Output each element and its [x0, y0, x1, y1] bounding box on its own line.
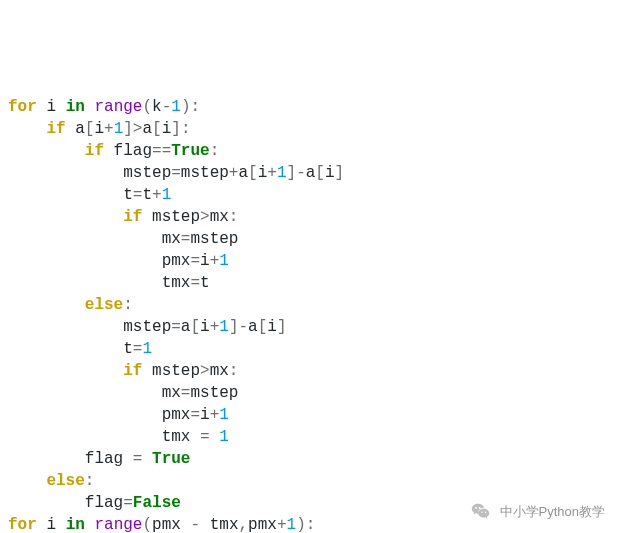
code-line: mx=mstep — [8, 228, 613, 250]
code-line: for i in range(k-1): — [8, 96, 613, 118]
code-line: mx=mstep — [8, 382, 613, 404]
code-line: pmx=i+1 — [8, 250, 613, 272]
code-line: mstep=mstep+a[i+1]-a[i] — [8, 162, 613, 184]
code-line: t=t+1 — [8, 184, 613, 206]
code-line: else: — [8, 294, 613, 316]
code-line: pmx=i+1 — [8, 404, 613, 426]
code-line: tmx = 1 — [8, 426, 613, 448]
code-line: if mstep>mx: — [8, 206, 613, 228]
code-block: for i in range(k-1): if a[i+1]>a[i]: if … — [8, 96, 613, 533]
code-line: if mstep>mx: — [8, 360, 613, 382]
watermark-text: 中小学Python教学 — [500, 501, 605, 523]
wechat-icon — [470, 501, 492, 523]
code-line: t=1 — [8, 338, 613, 360]
watermark: 中小学Python教学 — [470, 501, 605, 523]
code-line: if a[i+1]>a[i]: — [8, 118, 613, 140]
code-line: mstep=a[i+1]-a[i] — [8, 316, 613, 338]
code-line: else: — [8, 470, 613, 492]
code-line: if flag==True: — [8, 140, 613, 162]
code-line: flag = True — [8, 448, 613, 470]
code-line: tmx=t — [8, 272, 613, 294]
